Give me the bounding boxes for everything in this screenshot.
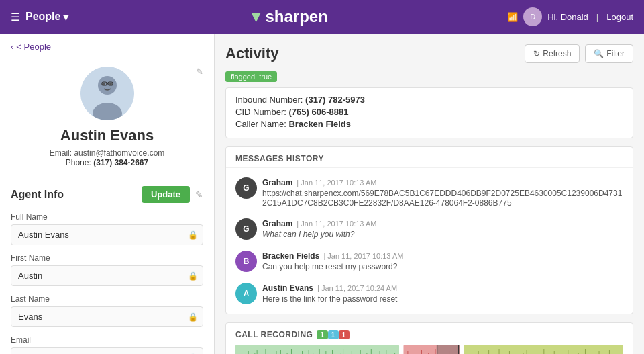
- logo: ▼sharpen: [248, 7, 328, 26]
- field-label-full-name: Full Name: [11, 212, 203, 222]
- message-avatar: G: [235, 218, 257, 240]
- message-text: Can you help me reset my password?: [262, 262, 623, 271]
- flagged-badge: flagged: true: [225, 71, 633, 87]
- svg-rect-8: [235, 345, 399, 354]
- agent-info-section: Agent Info Update ✎ Full Name🔒First Name…: [0, 178, 214, 354]
- svg-rect-185: [437, 345, 459, 354]
- header: ☰ People ▾ ▼sharpen 📶 D Hi, Donald | Log…: [0, 0, 644, 34]
- messages-section: MESSAGES HISTORY GGraham| Jan 11, 2017 1…: [225, 146, 633, 314]
- message-text: Here is the link for the password reset: [262, 294, 623, 304]
- people-label: People: [25, 11, 60, 23]
- filter-icon: 🔍: [594, 49, 604, 58]
- input-last-name[interactable]: [11, 306, 203, 327]
- profile-name: Austin Evans: [60, 127, 154, 144]
- message-sender: Graham: [262, 219, 292, 228]
- filter-button[interactable]: 🔍 Filter: [585, 44, 633, 63]
- message-avatar: A: [235, 283, 257, 304]
- right-panel: Activity ↻ Refresh 🔍 Filter flagged: tru…: [215, 34, 644, 354]
- message-content: Graham| Jan 11, 2017 10:13 AMhttps://cha…: [262, 177, 623, 208]
- update-button[interactable]: Update: [142, 186, 190, 203]
- recording-section: CALL RECORDING 111: [225, 322, 633, 354]
- waveform-canvas: [235, 345, 623, 354]
- message-item: GGraham| Jan 11, 2017 10:13 AMWhat can I…: [226, 213, 633, 245]
- logout-link[interactable]: Logout: [606, 12, 633, 22]
- logo-icon: ▼: [248, 7, 264, 26]
- profile-edit-icon[interactable]: ✎: [196, 67, 203, 77]
- field-label-last-name: Last Name: [11, 294, 203, 304]
- agent-info-title: Agent Info: [11, 189, 64, 201]
- header-right: 📶 D Hi, Donald | Logout: [507, 7, 633, 26]
- rec-badges: 111: [317, 330, 349, 339]
- agent-info-actions: Update ✎: [142, 186, 203, 203]
- dropdown-chevron-icon: ▾: [63, 11, 68, 24]
- input-wrap-email: 🔒: [11, 347, 203, 354]
- input-wrap-full-name: 🔒: [11, 224, 203, 245]
- message-item: AAustin Evans| Jan 11, 2017 10:24 AMHere…: [226, 277, 633, 310]
- message-time: | Jan 11, 2017 10:24 AM: [317, 284, 397, 292]
- messages-list: GGraham| Jan 11, 2017 10:13 AMhttps://ch…: [226, 168, 633, 314]
- waveform-container: 5 10: [226, 345, 633, 354]
- input-full-name[interactable]: [11, 224, 203, 245]
- message-text: https://chat.sharpencx.com/569E78BAC5B1C…: [262, 189, 623, 208]
- cid-number-row: CID Number: (765) 606-8881: [235, 107, 623, 117]
- hamburger-icon[interactable]: ☰: [11, 11, 20, 24]
- inbound-number-row: Inbound Number: (317) 782-5973: [235, 95, 623, 105]
- rec-badge: 1: [339, 330, 350, 339]
- svg-rect-10: [464, 345, 623, 354]
- lock-icon: 🔒: [188, 271, 198, 281]
- people-dropdown[interactable]: People ▾: [25, 11, 68, 24]
- signal-icon: 📶: [507, 12, 518, 22]
- lock-icon: 🔒: [188, 312, 198, 322]
- message-sender: Bracken Fields: [262, 251, 319, 261]
- recording-header: CALL RECORDING 111: [226, 323, 633, 345]
- message-avatar: B: [235, 251, 257, 272]
- profile-section: ✎ Austin Evans Em: [0, 60, 214, 178]
- activity-header: Activity ↻ Refresh 🔍 Filter: [225, 44, 633, 63]
- input-wrap-first-name: 🔒: [11, 265, 203, 286]
- messages-header: MESSAGES HISTORY: [226, 147, 633, 168]
- form-group-email: Email🔒: [11, 335, 203, 354]
- message-time: | Jan 11, 2017 10:13 AM: [297, 179, 376, 187]
- input-wrap-last-name: 🔒: [11, 306, 203, 327]
- refresh-button[interactable]: ↻ Refresh: [525, 44, 580, 63]
- message-item: GGraham| Jan 11, 2017 10:13 AMhttps://ch…: [226, 172, 633, 213]
- message-content: Bracken Fields| Jan 11, 2017 10:13 AMCan…: [262, 251, 623, 271]
- agent-fields: Full Name🔒First Name🔒Last Name🔒Email🔒Pho…: [11, 212, 203, 354]
- user-avatar: D: [523, 7, 542, 26]
- form-group-full-name: Full Name🔒: [11, 212, 203, 245]
- message-sender: Austin Evans: [262, 283, 313, 293]
- agent-edit-icon[interactable]: ✎: [195, 189, 203, 200]
- profile-avatar: [80, 67, 134, 120]
- form-group-last-name: Last Name🔒: [11, 294, 203, 327]
- main-layout: ‹ Activity < People ✎: [0, 34, 644, 354]
- input-first-name[interactable]: [11, 265, 203, 286]
- field-label-first-name: First Name: [11, 253, 203, 263]
- profile-phone: Phone: (317) 384-2667: [66, 158, 148, 167]
- back-arrow-icon: ‹: [11, 42, 13, 52]
- greeting-text: Hi, Donald: [547, 12, 588, 22]
- message-time: | Jan 11, 2017 10:13 AM: [297, 220, 376, 228]
- header-center: ▼sharpen: [248, 7, 328, 26]
- message-content: Graham| Jan 11, 2017 10:13 AMWhat can I …: [262, 218, 623, 239]
- lock-icon: 🔒: [188, 230, 198, 240]
- refresh-icon: ↻: [533, 49, 540, 58]
- back-link[interactable]: ‹ Activity < People: [0, 34, 214, 60]
- rec-badge: 1: [317, 330, 327, 339]
- profile-email: Email: austin@fathomvoice.com: [50, 148, 165, 158]
- field-label-email: Email: [11, 335, 203, 345]
- input-email[interactable]: [11, 347, 203, 354]
- caller-name-row: Caller Name: Bracken Fields: [235, 119, 623, 129]
- rec-badge: 1: [328, 330, 339, 339]
- waveform-svg: [235, 345, 623, 354]
- message-text: What can I help you with?: [262, 230, 623, 239]
- svg-point-1: [98, 76, 117, 95]
- form-group-first-name: First Name🔒: [11, 253, 203, 286]
- back-people-label: < People: [16, 42, 51, 52]
- separator: |: [596, 12, 598, 22]
- call-info: Inbound Number: (317) 782-5973 CID Numbe…: [225, 87, 633, 138]
- activity-actions: ↻ Refresh 🔍 Filter: [525, 44, 633, 63]
- message-item: BBracken Fields| Jan 11, 2017 10:13 AMCa…: [226, 245, 633, 277]
- left-panel: ‹ Activity < People ✎: [0, 34, 215, 354]
- message-sender: Graham: [262, 178, 292, 187]
- message-avatar: G: [235, 177, 257, 199]
